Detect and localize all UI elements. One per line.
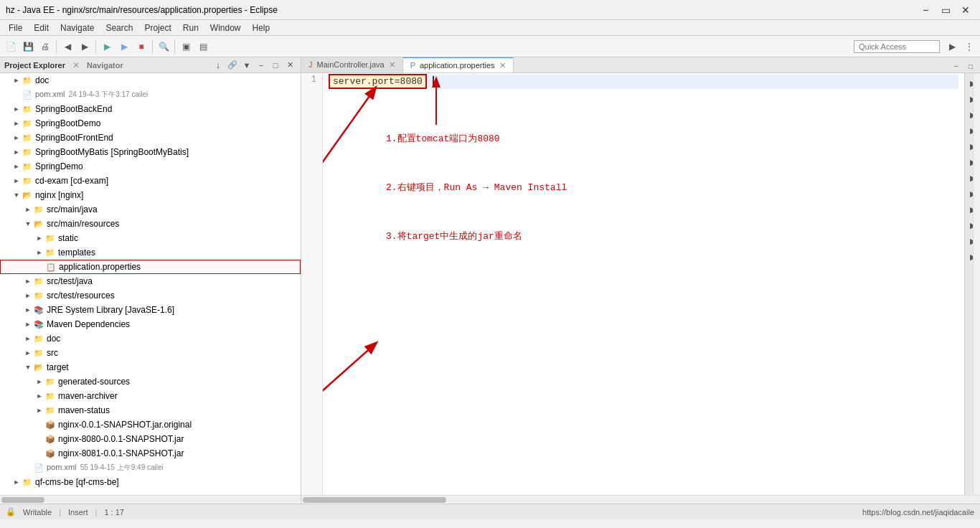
menu-project[interactable]: Project <box>138 22 176 34</box>
tree-item-pomxml-root[interactable]: 📄 pom.xml 24 19-4-3 下午3:17 cailei <box>0 88 301 102</box>
tree-item-application-properties[interactable]: 📋 application.properties <box>0 260 301 274</box>
tree-item-springbootdemo[interactable]: ► 📁 SpringBootDemo <box>0 116 301 131</box>
tab-maximize-button[interactable]: □ <box>964 60 977 72</box>
toolbar-sep-4 <box>174 39 175 54</box>
tree-item-springbootmybatis[interactable]: ► 📁 SpringBootMyBatis [SpringBootMyBatis… <box>0 145 301 159</box>
menu-run[interactable]: Run <box>177 22 204 34</box>
tab-close-maincontroller[interactable]: ✕ <box>389 60 395 70</box>
menu-file[interactable]: File <box>3 22 28 34</box>
menu-help[interactable]: Help <box>247 22 276 34</box>
tree-item-maven-status[interactable]: ► 📁 maven-status <box>0 403 301 418</box>
jar-icon: 📦 <box>44 448 56 459</box>
tree-item-pomxml-nginx[interactable]: 📄 pom.xml 55 19-4-15 上午9:49 cailei <box>0 461 301 475</box>
tree-item-label: src/main/java <box>47 204 98 214</box>
minimize-button[interactable]: − <box>917 4 934 16</box>
tree-item-jar-8080[interactable]: 📦 nginx-8080-0.0.1-SNAPSHOT.jar <box>0 432 301 446</box>
close-button[interactable]: ✕ <box>957 4 974 16</box>
tree-item-jre-library[interactable]: ► 📚 JRE System Library [JavaSE-1.6] <box>0 303 301 317</box>
tree-item-maven-archiver[interactable]: ► 📁 maven-archiver <box>0 389 301 403</box>
folder-icon: 📁 <box>44 405 56 416</box>
tab-navigator[interactable]: Navigator <box>87 61 123 70</box>
run-button[interactable]: ▶ <box>99 39 115 55</box>
menu-navigate[interactable]: Navigate <box>55 22 100 34</box>
tree-item-maven-dependencies[interactable]: ► 📚 Maven Dependencies <box>0 317 301 331</box>
tree-item-label: SpringDemo <box>35 161 83 171</box>
minimize-view-button[interactable]: − <box>255 59 268 72</box>
tree-item-templates[interactable]: ► 📁 templates <box>0 245 301 260</box>
tree-item-label: doc <box>47 334 60 344</box>
forward-button[interactable]: ▶ <box>77 39 93 55</box>
print-button[interactable]: 🖨 <box>37 39 53 55</box>
line-number-1: 1 <box>301 75 319 89</box>
tree-item-generated-sources[interactable]: ► 📁 generated-sources <box>0 374 301 389</box>
pom-icon: 📄 <box>22 89 33 100</box>
layout-button[interactable]: ⋮ <box>961 39 977 55</box>
folder-icon: 📁 <box>22 146 33 158</box>
tree-item-src-main-java[interactable]: ► 📁 src/main/java <box>0 202 301 217</box>
tab-label: application.properties <box>420 61 495 70</box>
collapse-all-button[interactable]: ↓ <box>212 59 225 72</box>
tree-item-jar-8081[interactable]: 📦 nginx-8081-0.0.1-SNAPSHOT.jar <box>0 446 301 461</box>
menu-search[interactable]: Search <box>100 22 138 34</box>
tree-item-jar-original[interactable]: 📦 nginx-0.0.1-SNAPSHOT.jar.original <box>0 418 301 432</box>
open-view-button[interactable]: ▤ <box>195 39 211 55</box>
tree-item-cdexam[interactable]: ► 📁 cd-exam [cd-exam] <box>0 174 301 188</box>
menu-window[interactable]: Window <box>204 22 247 34</box>
perspective-button[interactable]: ▶ <box>944 39 960 55</box>
tree-item-label: target <box>47 362 69 372</box>
tree-item-label: templates <box>58 248 95 258</box>
explorer-horizontal-scrollbar[interactable] <box>0 495 301 504</box>
tab-project-explorer[interactable]: Project Explorer <box>4 61 65 70</box>
link-with-editor-button[interactable]: 🔗 <box>226 59 239 72</box>
tree-item-springdemo[interactable]: ► 📁 SpringDemo <box>0 159 301 174</box>
tab-minimize-button[interactable]: − <box>950 60 963 72</box>
tree-item-src-nginx[interactable]: ► 📁 src <box>0 346 301 360</box>
editor-horizontal-scrollbar[interactable] <box>301 495 980 504</box>
tree-item-springbootbackend[interactable]: ► 📁 SpringBootBackEnd <box>0 102 301 116</box>
tab-application-properties[interactable]: P application.properties ✕ <box>403 57 514 72</box>
tree-item-src-main-resources[interactable]: ▼ 📂 src/main/resources <box>0 217 301 231</box>
project-explorer-panel: Project Explorer ✕ Navigator ↓ 🔗 ▼ − □ ✕… <box>0 57 301 504</box>
expand-arrow <box>34 435 44 443</box>
open-perspective-button[interactable]: ▣ <box>178 39 194 55</box>
save-button[interactable]: 💾 <box>20 39 36 55</box>
menu-edit[interactable]: Edit <box>28 22 55 34</box>
tab-label: MainController.java <box>317 60 385 69</box>
back-button[interactable]: ◀ <box>60 39 75 55</box>
maven-icon: 📚 <box>33 319 44 330</box>
position-status: 1 : 17 <box>104 508 124 517</box>
editor-content: 1 server.port=8080 <box>301 73 980 495</box>
maximize-view-button[interactable]: □ <box>269 59 282 72</box>
tree-item-target[interactable]: ▼ 📂 target <box>0 360 301 374</box>
expand-arrow: ► <box>34 407 44 414</box>
stop-button[interactable]: ■ <box>133 39 149 55</box>
tree-item-doc[interactable]: ► 📁 doc <box>0 73 301 88</box>
tree-item-static[interactable]: ► 📁 static <box>0 231 301 245</box>
new-button[interactable]: 📄 <box>3 39 19 55</box>
tree-item-nginx[interactable]: ▼ 📂 nginx [nginx] <box>0 188 301 202</box>
vertical-scrollbar[interactable] <box>973 73 980 495</box>
tree-item-springbootfrontend[interactable]: ► 📁 SpringBootFrontEnd <box>0 131 301 145</box>
tab-maincontroller[interactable]: J MainController.java ✕ <box>301 57 403 72</box>
tree-item-src-test-java[interactable]: ► 📁 src/test/java <box>0 274 301 288</box>
window-controls: − ▭ ✕ <box>917 4 974 16</box>
tree-item-label: src/main/resources <box>47 219 119 229</box>
expand-arrow: ► <box>34 378 44 385</box>
debug-button[interactable]: ▶ <box>116 39 132 55</box>
expand-arrow: ► <box>11 134 22 141</box>
explorer-menu-button[interactable]: ▼ <box>240 59 253 72</box>
expand-arrow: ► <box>23 306 33 314</box>
tree-item-src-test-resources[interactable]: ► 📁 src/test/resources <box>0 288 301 303</box>
maximize-button[interactable]: ▭ <box>937 4 954 16</box>
code-editor[interactable]: server.port=8080 <box>323 73 964 495</box>
tree-item-label: nginx-0.0.1-SNAPSHOT.jar.original <box>58 420 192 430</box>
folder-icon: 📂 <box>33 362 44 373</box>
tree-item-qf-cms-be[interactable]: ► 📁 qf-cms-be [qf-cms-be] <box>0 475 301 489</box>
quick-access-input[interactable] <box>854 40 940 53</box>
close-view-button[interactable]: ✕ <box>283 59 296 72</box>
tree-item-label: nginx [nginx] <box>35 190 83 200</box>
tree-item-doc-nginx[interactable]: ► 📁 doc <box>0 331 301 346</box>
tab-close-application-properties[interactable]: ✕ <box>499 61 506 70</box>
expand-arrow: ► <box>11 148 22 156</box>
search-button[interactable]: 🔍 <box>156 39 171 55</box>
